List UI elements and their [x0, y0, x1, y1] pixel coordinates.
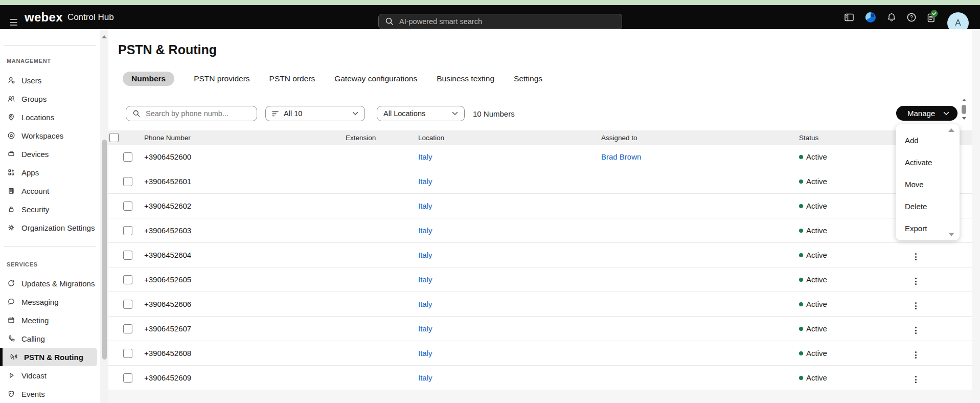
sidebar-item-devices[interactable]: Devices: [0, 145, 97, 163]
sidebar-item-label: Updates & Migrations: [21, 279, 95, 288]
menu-item-activate[interactable]: Activate: [896, 151, 960, 173]
row-actions-kebab-icon[interactable]: [912, 276, 920, 287]
sidebar-item-users[interactable]: Users: [0, 71, 97, 89]
chevron-down-icon: [452, 111, 458, 116]
manage-button[interactable]: Manage: [896, 106, 958, 121]
phone-number-search-input[interactable]: Search by phone numb...: [126, 106, 257, 121]
menu-item-delete[interactable]: Delete: [896, 195, 960, 217]
gear-icon: [7, 223, 15, 232]
location-link[interactable]: Italy: [418, 349, 432, 357]
sidebar-item-locations[interactable]: Locations: [0, 108, 97, 126]
tab-pstn-providers[interactable]: PSTN providers: [194, 74, 249, 83]
row-actions-kebab-icon[interactable]: [912, 300, 920, 311]
sidebar-item-events[interactable]: Events: [0, 385, 97, 403]
chevron-down-icon: [943, 111, 949, 116]
sidebar-item-label: Users: [21, 76, 41, 85]
sidebar-item-vidcast[interactable]: Vidcast: [0, 366, 97, 385]
location-link[interactable]: Italy: [418, 152, 432, 161]
menu-item-add[interactable]: Add: [896, 129, 960, 151]
assigned-to-link[interactable]: Brad Brown: [601, 152, 641, 161]
help-icon[interactable]: ?: [906, 12, 917, 23]
svg-text:?: ?: [910, 14, 913, 20]
row-checkbox[interactable]: [123, 324, 132, 333]
row-actions-kebab-icon[interactable]: [912, 374, 920, 385]
sidebar: MANAGEMENT Users Groups Locations Worksp…: [0, 29, 100, 403]
menu-scroll-down-icon[interactable]: [948, 233, 954, 236]
location-link[interactable]: Italy: [418, 251, 432, 259]
sidebar-item-label: PSTN & Routing: [24, 353, 83, 362]
number-filter-dropdown[interactable]: All 10: [265, 106, 365, 121]
column-header-location: Location: [417, 134, 600, 142]
row-checkbox[interactable]: [123, 251, 132, 260]
apps-icon: [7, 168, 15, 176]
row-actions-kebab-icon[interactable]: [912, 349, 920, 361]
status-label: Active: [806, 373, 827, 382]
row-checkbox[interactable]: [123, 226, 132, 235]
sidebar-item-messaging[interactable]: Messaging: [0, 293, 97, 311]
row-checkbox[interactable]: [123, 275, 132, 284]
sidebar-item-workspaces[interactable]: Workspaces: [0, 126, 97, 145]
sidebar-item-pstn-routing[interactable]: PSTN & Routing: [0, 348, 97, 366]
location-link[interactable]: Italy: [418, 201, 432, 210]
row-actions-kebab-icon[interactable]: [912, 251, 920, 262]
status-label: Active: [806, 251, 827, 259]
sidebar-item-calling[interactable]: Calling: [0, 329, 97, 348]
scroll-up-icon[interactable]: [102, 35, 107, 38]
sidebar-item-apps[interactable]: Apps: [0, 163, 97, 182]
tab-pstn-orders[interactable]: PSTN orders: [269, 74, 315, 83]
hamburger-menu-icon[interactable]: [10, 19, 17, 26]
sidebar-item-label: Groups: [21, 95, 47, 103]
number-filter-value: All 10: [284, 109, 347, 118]
status-label: Active: [806, 275, 827, 284]
row-checkbox[interactable]: [123, 373, 132, 383]
tab-numbers[interactable]: Numbers: [123, 72, 174, 86]
row-checkbox[interactable]: [123, 152, 132, 162]
status-label: Active: [806, 300, 827, 308]
column-header-extension: Extension: [345, 134, 417, 142]
location-link[interactable]: Italy: [418, 324, 432, 333]
sidebar-item-account[interactable]: Account: [0, 182, 97, 200]
tab-gateway-configurations[interactable]: Gateway configurations: [334, 74, 417, 83]
sidebar-item-meeting[interactable]: Meeting: [0, 311, 97, 329]
select-all-checkbox[interactable]: [109, 133, 119, 142]
status-dot-icon: [799, 155, 803, 159]
tab-business-texting[interactable]: Business texting: [437, 74, 494, 83]
location-link[interactable]: Italy: [418, 373, 432, 382]
sidebar-item-groups[interactable]: Groups: [0, 89, 97, 108]
row-checkbox[interactable]: [123, 201, 132, 211]
sidebar-item-security[interactable]: Security: [0, 200, 97, 218]
row-checkbox[interactable]: [123, 177, 132, 186]
row-checkbox[interactable]: [123, 349, 132, 358]
notifications-bell-icon[interactable]: [886, 12, 897, 23]
row-checkbox[interactable]: [123, 300, 132, 309]
top-accent-strip: [0, 0, 980, 5]
tab-settings[interactable]: Settings: [514, 74, 542, 83]
global-search-input[interactable]: AI-powered smart search: [378, 14, 622, 29]
sidebar-item-updates-migrations[interactable]: Updates & Migrations: [0, 274, 97, 293]
location-link[interactable]: Italy: [418, 300, 432, 308]
numbers-count-label: 10 Numbers: [473, 106, 515, 121]
menu-item-move[interactable]: Move: [896, 173, 960, 195]
filter-icon: [272, 111, 279, 117]
scroll-down-icon[interactable]: [962, 117, 966, 120]
location-link[interactable]: Italy: [418, 275, 432, 284]
page-scrollbar-thumb[interactable]: [962, 105, 966, 114]
sidebar-item-label: Meeting: [21, 316, 49, 325]
panel-toggle-icon[interactable]: [844, 12, 855, 23]
location-filter-dropdown[interactable]: All Locations: [377, 106, 465, 121]
location-link[interactable]: Italy: [418, 177, 432, 186]
sidebar-item-organization-settings[interactable]: Organization Settings: [0, 218, 97, 237]
location-link[interactable]: Italy: [418, 226, 432, 235]
scroll-up-icon[interactable]: [962, 99, 966, 101]
chat-icon: [7, 298, 15, 306]
whats-new-icon[interactable]: [864, 11, 877, 24]
page-scrollbar[interactable]: [960, 97, 968, 121]
row-actions-kebab-icon[interactable]: [912, 325, 920, 336]
table-row: +3906452605 Italy Active: [108, 267, 972, 292]
table-header-row: Phone Number Extension Location Assigned…: [108, 130, 972, 145]
menu-scroll-up-icon[interactable]: [948, 128, 954, 132]
events-icon: [7, 390, 15, 398]
sidebar-scrollbar[interactable]: [100, 29, 108, 403]
sidebar-scrollbar-thumb[interactable]: [102, 140, 107, 360]
groups-icon: [7, 95, 15, 103]
